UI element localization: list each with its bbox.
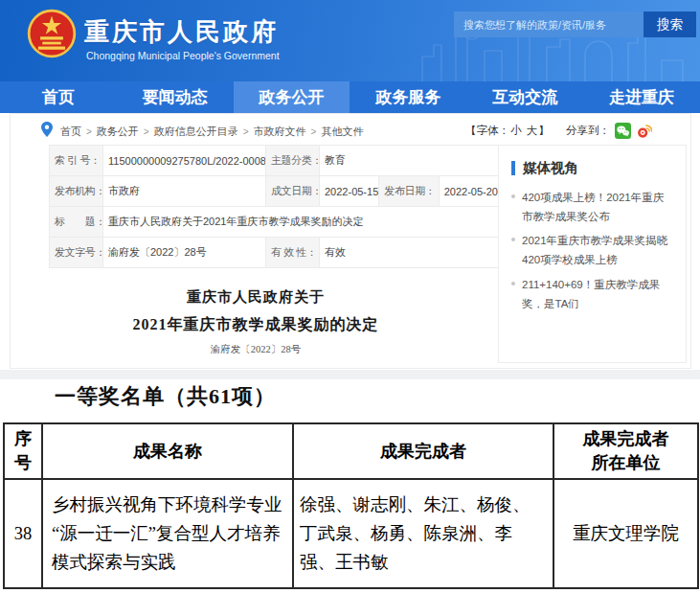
document-title-block: 重庆市人民政府关于 2021年重庆市教学成果奖励的决定 渝府发〔2022〕28号	[11, 288, 501, 356]
index-value: 11500000009275780L/2022-00087	[103, 146, 266, 176]
search-box: 搜索	[454, 11, 696, 37]
location-pin-icon	[41, 122, 53, 137]
title-label: 标 题：	[50, 207, 103, 238]
crumb-separator: >	[306, 126, 322, 137]
header-achievement-name: 成果名称	[42, 423, 293, 479]
document-meta-table: 索 引 号： 11500000009275780L/2022-00087 主题分…	[49, 145, 499, 268]
site-header: 重庆市人民政府 Chongqing Municipal People's Gov…	[0, 0, 700, 81]
document-title-line2: 2021年重庆市教学成果奖励的决定	[11, 315, 501, 335]
written-date-value: 2022-05-15	[320, 176, 379, 207]
sidebar-header: 媒体视角	[511, 159, 686, 177]
sidebar-title: 媒体视角	[523, 159, 578, 177]
nav-item-services[interactable]: 政务服务	[350, 81, 466, 113]
sidebar-news-item[interactable]: 420项成果上榜！2021年重庆市教学成果奖公布	[522, 188, 674, 226]
published-date-value: 2022-05-20	[439, 176, 498, 207]
crumb-gov-affairs[interactable]: 政务公开	[97, 125, 139, 137]
national-emblem-icon	[27, 9, 77, 58]
agency-label: 发布机构：	[50, 176, 103, 207]
meta-row-agency: 发布机构： 市政府 成文日期： 2022-05-15 发布日期： 2022-05…	[50, 176, 499, 207]
agency-value: 市政府	[103, 176, 266, 207]
award-list-heading: 一等奖名单（共61项）	[55, 382, 276, 411]
font-size-control: 【字体：小 大】	[465, 124, 550, 138]
sidebar-list: 420项成果上榜！2021年重庆市教学成果奖公布 2021年重庆市教学成果奖揭晓…	[522, 188, 674, 313]
nav-item-gov-affairs[interactable]: 政务公开	[234, 81, 350, 113]
meta-row-title: 标 题： 重庆市人民政府关于2021年重庆市教学成果奖励的决定	[50, 207, 499, 238]
award-table: 序号 成果名称 成果完成者 成果完成者所在单位 38 乡村振兴视角下环境科学专业…	[3, 422, 699, 589]
document-number: 渝府发〔2022〕28号	[11, 343, 501, 356]
nav-item-home[interactable]: 首页	[0, 81, 117, 113]
sidebar-accent-bar	[511, 161, 515, 175]
nav-item-interaction[interactable]: 互动交流	[466, 81, 583, 113]
content-panel: 首页>政务公开>政府信息公开目录>市政府文件>其他文件 【字体：小 大】 分享到…	[10, 113, 691, 369]
media-perspective-panel: 媒体视角 420项成果上榜！2021年重庆市教学成果奖公布 2021年重庆市教学…	[498, 145, 687, 363]
meta-row-docno: 发文字号： 渝府发〔2022〕28号 有 效 性： 有效	[50, 238, 499, 268]
crumb-home[interactable]: 首页	[60, 125, 81, 137]
topic-value: 教育	[320, 146, 499, 176]
meta-row-index: 索 引 号： 11500000009275780L/2022-00087 主题分…	[50, 146, 499, 176]
validity-label: 有 效 性：	[266, 238, 320, 268]
docno-value: 渝府发〔2022〕28号	[103, 238, 266, 268]
nav-item-news[interactable]: 要闻动态	[117, 81, 234, 113]
topic-label: 主题分类：	[266, 146, 320, 176]
site-logo[interactable]	[27, 9, 77, 58]
site-subtitle: Chongqing Municipal People's Government	[86, 50, 280, 61]
header-serial-no: 序号	[4, 423, 42, 479]
validity-value: 有效	[320, 238, 499, 268]
document-title-line1: 重庆市人民政府关于	[11, 288, 501, 307]
nav-item-about-chongqing[interactable]: 走进重庆	[583, 81, 700, 113]
award-table-header-row: 序号 成果名称 成果完成者 成果完成者所在单位	[4, 423, 698, 479]
crumb-city-documents[interactable]: 市政府文件	[254, 125, 306, 137]
sidebar-news-item[interactable]: 211+140+69！重庆教学成果奖，是TA们	[522, 275, 674, 313]
section-divider	[0, 370, 700, 379]
crumb-separator: >	[139, 126, 154, 137]
crumb-separator: >	[81, 126, 97, 137]
crumb-other-documents[interactable]: 其他文件	[321, 125, 363, 137]
cell-serial-no: 38	[4, 479, 42, 588]
crumb-separator: >	[238, 126, 254, 137]
index-label: 索 引 号：	[50, 146, 103, 176]
search-input[interactable]	[454, 11, 644, 37]
page: 重庆市人民政府 Chongqing Municipal People's Gov…	[0, 0, 700, 593]
font-ctl-prefix: 【字体：	[465, 125, 509, 136]
share-label: 分享到：	[566, 124, 610, 138]
site-title: 重庆市人民政府	[84, 15, 279, 49]
breadcrumb-trail: 首页>政务公开>政府信息公开目录>市政府文件>其他文件	[60, 125, 363, 139]
crumb-info-directory[interactable]: 政府信息公开目录	[154, 125, 238, 137]
header-author-organization: 成果完成者所在单位	[553, 423, 698, 479]
award-table-row: 38 乡村振兴视角下环境科学专业“源一迁一汇”复合型人才培养模式探索与实践 徐强…	[4, 479, 698, 588]
header-achievement-authors: 成果完成者	[293, 423, 553, 479]
published-date-label: 发布日期：	[379, 176, 439, 207]
wechat-share-icon[interactable]	[615, 123, 631, 139]
cell-achievement-authors: 徐强、谢志刚、朱江、杨俊、丁武泉、杨勇、陈泉洲、李强、王书敏	[293, 479, 553, 588]
share-box: 分享到：	[566, 123, 652, 139]
cell-author-organization: 重庆文理学院	[553, 479, 698, 588]
weibo-share-icon[interactable]	[636, 123, 652, 139]
font-ctl-suffix: 】	[538, 125, 550, 136]
font-large-button[interactable]: 大	[526, 125, 539, 136]
cell-achievement-name: 乡村振兴视角下环境科学专业“源一迁一汇”复合型人才培养模式探索与实践	[42, 479, 293, 588]
font-small-button[interactable]: 小	[509, 125, 523, 136]
sidebar-news-item[interactable]: 2021年重庆市教学成果奖揭晓 420项学校成果上榜	[522, 231, 674, 269]
search-button[interactable]: 搜索	[644, 11, 696, 37]
docno-label: 发文字号：	[50, 238, 103, 268]
written-date-label: 成文日期：	[266, 176, 320, 207]
breadcrumb: 首页>政务公开>政府信息公开目录>市政府文件>其他文件 【字体：小 大】 分享到…	[11, 118, 690, 143]
main-nav: 首页 要闻动态 政务公开 政务服务 互动交流 走进重庆	[0, 81, 700, 113]
title-value: 重庆市人民政府关于2021年重庆市教学成果奖励的决定	[103, 207, 499, 238]
